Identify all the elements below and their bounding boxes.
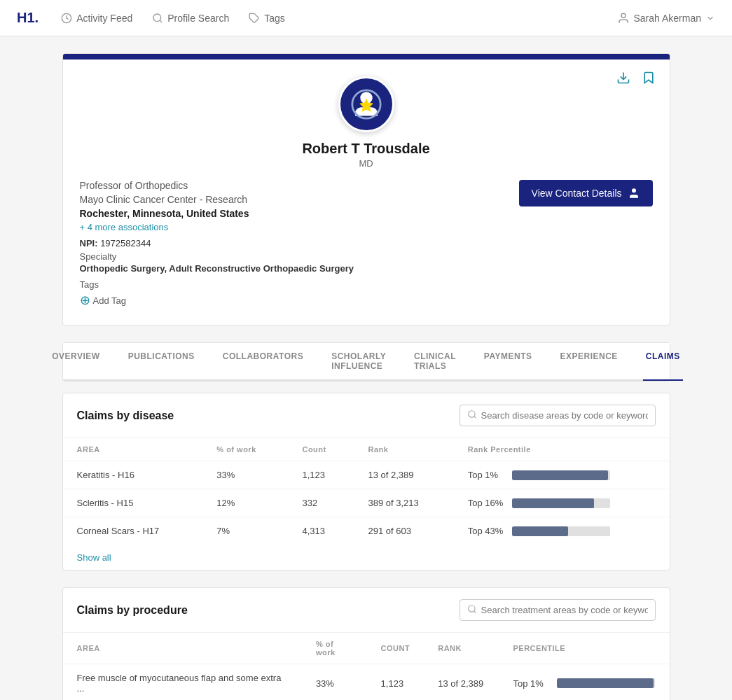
tags-label: Tags (80, 279, 519, 290)
plus-icon: ⊕ (80, 293, 90, 308)
procedure-count: 1,123 (367, 664, 424, 701)
disease-search-input[interactable] (481, 410, 648, 421)
view-contact-label: View Contact Details (532, 188, 622, 199)
tab-clinical-trials[interactable]: CLINICAL TRIALS (411, 343, 459, 381)
claims-disease-section: Claims by disease AREA % of work Count R… (62, 393, 670, 570)
procedure-search-input[interactable] (481, 605, 648, 615)
table-row: Scleritis - H15 12% 332 389 of 3,213 Top… (63, 489, 670, 517)
disease-count: 332 (288, 489, 354, 517)
table-row: Free muscle of myocutaneous flap and som… (63, 664, 670, 701)
disease-search-box[interactable] (460, 405, 656, 426)
search-icon-disease (467, 410, 477, 421)
tab-claims[interactable]: CLAIMS (643, 343, 683, 381)
navbar: H1. Activity Feed Profile Search Tags Sa… (0, 0, 732, 36)
specialty-label: Specialty (80, 251, 519, 262)
profile-right: View Contact Details (519, 180, 653, 206)
svg-point-1 (153, 14, 161, 22)
nav-tags-label: Tags (264, 13, 285, 24)
avatar-wrap (80, 76, 653, 132)
tab-scholarly-influence[interactable]: SCHOLARLY INFLUENCE (329, 343, 389, 381)
tabs: OVERVIEW PUBLICATIONS COLLABORATORS SCHO… (63, 343, 670, 381)
claims-procedure-header: Claims by procedure (63, 588, 670, 633)
col-area-p: AREA (63, 633, 302, 664)
claims-procedure-table: AREA % of work COUNT RANK PERCENTILE Fre… (63, 633, 670, 700)
profile-header-bar (63, 54, 670, 59)
svg-line-2 (160, 20, 162, 22)
procedure-area: Free muscle of myocutaneous flap and som… (63, 664, 302, 701)
profile-institution: Mayo Clinic Cancer Center - Research (80, 194, 519, 205)
col-pct: % of work (202, 438, 288, 461)
nav-tags[interactable]: Tags (249, 13, 285, 24)
nav-profile-search[interactable]: Profile Search (152, 13, 229, 24)
svg-point-10 (468, 411, 474, 417)
claims-procedure-section: Claims by procedure AREA % of work COUNT… (62, 587, 670, 700)
disease-pct: 7% (202, 517, 288, 545)
specialty-value: Orthopedic Surgery, Adult Reconstructive… (80, 263, 519, 274)
col-percentile-p: PERCENTILE (499, 633, 669, 664)
profile-npi: NPI: 1972582344 (80, 238, 519, 248)
claims-disease-header-row: AREA % of work Count Rank Rank Percentil… (63, 438, 670, 461)
svg-line-11 (474, 416, 476, 419)
table-row: Corneal Scars - H17 7% 4,313 291 of 603 … (63, 517, 670, 545)
profile-name: Robert T Trousdale (80, 141, 653, 157)
disease-count: 4,313 (288, 517, 354, 545)
profile-left: Professor of Orthopedics Mayo Clinic Can… (80, 180, 519, 308)
npi-label: NPI: (80, 238, 98, 248)
tab-overview[interactable]: OVERVIEW (49, 343, 102, 381)
profile-two-col: Professor of Orthopedics Mayo Clinic Can… (80, 180, 653, 308)
user-menu[interactable]: Sarah Akerman (617, 12, 716, 24)
npi-value: 1972582344 (100, 238, 151, 248)
add-tag-label: Add Tag (93, 295, 126, 306)
claims-disease-title: Claims by disease (77, 410, 174, 422)
disease-area: Keratitis - H16 (63, 461, 203, 489)
disease-percentile: Top 16% (454, 489, 670, 517)
avatar (338, 76, 394, 132)
nav-profile-search-label: Profile Search (167, 13, 229, 24)
disease-percentile: Top 43% (454, 517, 670, 545)
profile-degree: MD (80, 158, 653, 169)
svg-point-12 (468, 606, 474, 612)
more-associations[interactable]: + 4 more associations (80, 222, 519, 232)
col-percentile: Rank Percentile (454, 438, 670, 461)
svg-point-9 (632, 188, 636, 192)
clock-icon (61, 13, 72, 24)
col-area: AREA (63, 438, 203, 461)
disease-pct: 33% (202, 461, 288, 489)
avatar-icon (351, 89, 382, 120)
svg-line-13 (474, 611, 476, 613)
svg-point-4 (621, 13, 626, 18)
claims-disease-table: AREA % of work Count Rank Rank Percentil… (63, 438, 670, 545)
col-count: Count (288, 438, 354, 461)
claims-procedure-title: Claims by procedure (77, 604, 188, 617)
view-contact-button[interactable]: View Contact Details (519, 180, 653, 206)
profile-location: Rochester, Minnesota, United States (80, 208, 519, 219)
disease-rank: 13 of 2,389 (354, 461, 454, 489)
disease-show-all: Show all (63, 545, 670, 570)
nav-activity-feed-label: Activity Feed (76, 13, 132, 24)
claims-procedure-header-row: AREA % of work COUNT RANK PERCENTILE (63, 633, 670, 664)
disease-show-all-link[interactable]: Show all (77, 552, 111, 563)
profile-card: Robert T Trousdale MD Professor of Ortho… (62, 53, 670, 326)
disease-area: Corneal Scars - H17 (63, 517, 203, 545)
disease-pct: 12% (202, 489, 288, 517)
tab-publications[interactable]: PUBLICATIONS (125, 343, 198, 381)
tab-payments[interactable]: PAYMENTS (481, 343, 535, 381)
col-count-p: COUNT (367, 633, 424, 664)
procedure-pct: 33% (302, 664, 367, 701)
col-pct-p: % of work (302, 633, 367, 664)
search-icon-nav (152, 13, 163, 24)
disease-rank: 291 of 603 (354, 517, 454, 545)
procedure-percentile: Top 1% (499, 664, 669, 701)
tabs-wrapper: OVERVIEW PUBLICATIONS COLLABORATORS SCHO… (62, 342, 670, 382)
procedure-search-box[interactable] (460, 599, 656, 621)
nav-activity-feed[interactable]: Activity Feed (61, 13, 132, 24)
user-icon (617, 12, 630, 24)
nav-items: Activity Feed Profile Search Tags (61, 13, 616, 24)
tab-collaborators[interactable]: COLLABORATORS (220, 343, 306, 381)
add-tag-button[interactable]: ⊕ Add Tag (80, 293, 126, 308)
profile-body: Robert T Trousdale MD Professor of Ortho… (63, 59, 670, 325)
tab-experience[interactable]: EXPERIENCE (557, 343, 620, 381)
table-row: Keratitis - H16 33% 1,123 13 of 2,389 To… (63, 461, 670, 489)
col-rank: Rank (354, 438, 454, 461)
procedure-rank: 13 of 2,389 (424, 664, 499, 701)
